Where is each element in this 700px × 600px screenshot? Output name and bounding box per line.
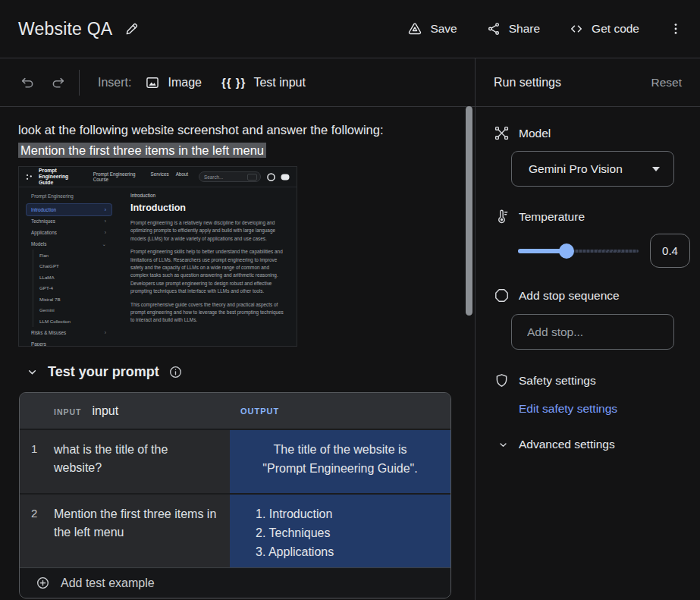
thermometer-icon: [494, 209, 519, 225]
mini-sidebar-item-techniques: Techniques›: [27, 215, 111, 227]
insert-image-button[interactable]: Image: [145, 75, 201, 90]
mini-nav-link: Services: [150, 171, 168, 182]
row-input-cell[interactable]: what is the title of the website?: [54, 430, 230, 493]
run-settings-panel: Run settings Reset Model Gemini Pro Visi…: [475, 58, 700, 600]
temperature-section-label: Temperature: [494, 209, 690, 225]
add-test-example-label: Add test example: [61, 576, 155, 590]
mini-sidebar-item-introduction: Introduction›: [27, 204, 111, 215]
prompt-editor-column: Insert: Image {{ }} Test input look at t…: [0, 58, 475, 600]
test-prompt-header[interactable]: Test your prompt: [26, 364, 475, 380]
undo-button[interactable]: [12, 68, 42, 98]
edit-title-button[interactable]: [124, 21, 140, 36]
slider-thumb[interactable]: [559, 243, 574, 259]
add-test-example-button[interactable]: Add test example: [20, 567, 450, 598]
advanced-settings-toggle[interactable]: Advanced settings: [494, 438, 690, 451]
input-column-header: INPUT: [54, 407, 82, 416]
save-button[interactable]: Save: [407, 21, 457, 36]
page-title: Website QA: [18, 19, 112, 39]
mini-sidebar-subitem: ChatGPT: [39, 261, 111, 272]
info-icon[interactable]: [168, 365, 183, 379]
mini-sidebar-header: Prompt Engineering: [27, 193, 111, 199]
code-icon: [569, 21, 584, 36]
editor-toolbar: Insert: Image {{ }} Test input: [0, 58, 475, 107]
braces-icon: {{ }}: [221, 76, 246, 89]
stop-sequence-section-label: Add stop sequence: [494, 287, 690, 303]
chevron-down-icon: [494, 439, 519, 451]
shield-icon: [494, 372, 519, 388]
website-screenshot[interactable]: Prompt EngineeringGuide Prompt Engineeri…: [18, 166, 297, 347]
model-selected-value: Gemini Pro Vision: [529, 162, 623, 176]
run-settings-title: Run settings: [494, 76, 561, 90]
redo-button[interactable]: [42, 68, 73, 98]
add-stop-input[interactable]: [511, 314, 674, 350]
prompt-variable-highlight[interactable]: Mention the first three items in the lef…: [18, 143, 266, 158]
output-column-header: OUTPUT: [230, 407, 450, 416]
mini-search-input: Search...: [199, 171, 261, 182]
dropdown-caret-icon: [652, 167, 660, 171]
temperature-slider[interactable]: [518, 239, 639, 263]
model-select[interactable]: Gemini Pro Vision: [511, 151, 674, 187]
table-header-row: INPUT input OUTPUT: [20, 393, 450, 429]
test-prompt-title: Test your prompt: [48, 364, 159, 380]
pencil-icon: [124, 21, 140, 36]
table-row[interactable]: 1 what is the title of the website? The …: [20, 429, 450, 493]
temperature-value[interactable]: 0.4: [650, 234, 690, 268]
github-icon: [267, 173, 275, 181]
kebab-icon: [668, 21, 683, 36]
mini-site-content: Introduction Introduction Prompt enginee…: [118, 187, 297, 347]
insert-label: Insert:: [98, 76, 131, 90]
toolbar-divider: [79, 70, 80, 96]
top-bar: Website QA Save Share: [0, 0, 700, 58]
mini-paragraph: Prompt engineering skills help to better…: [130, 248, 287, 295]
prompt-text-area[interactable]: look at the following website screenshot…: [0, 107, 475, 347]
mini-site-navbar: Prompt EngineeringGuide Prompt Engineeri…: [19, 167, 297, 187]
mini-breadcrumb: Introduction: [130, 193, 287, 198]
mini-sidebar-item-applications: Applications›: [27, 227, 111, 238]
share-label: Share: [509, 22, 540, 36]
row-output-cell[interactable]: The title of the website is "Prompt Engi…: [230, 430, 450, 493]
input-variable-name: input: [93, 404, 119, 418]
undo-icon: [20, 74, 36, 90]
share-icon: [486, 21, 501, 36]
save-drive-icon: [407, 21, 422, 36]
row-output-cell[interactable]: 1. Introduction 2. Techniques 3. Applica…: [230, 495, 450, 567]
editor-scrollbar[interactable]: [466, 106, 472, 316]
plus-circle-icon: [36, 576, 50, 590]
mini-paragraph: This comprehensive guide covers the theo…: [130, 301, 287, 325]
redo-icon: [50, 74, 66, 90]
table-row[interactable]: 2 Mention the first three items in the l…: [20, 493, 450, 567]
edit-safety-settings-link[interactable]: Edit safety settings: [519, 402, 617, 416]
mini-site-sidebar: Prompt Engineering Introduction› Techniq…: [19, 187, 118, 347]
discord-icon: [281, 174, 290, 181]
row-number: 1: [20, 430, 54, 493]
row-number: 2: [20, 495, 54, 567]
mini-sidebar-subitem: Flan: [39, 250, 111, 261]
chevron-down-icon: [26, 366, 39, 379]
test-examples-table: INPUT input OUTPUT 1 what is the title o…: [19, 392, 451, 598]
get-code-button[interactable]: Get code: [569, 21, 639, 36]
insert-image-label: Image: [168, 76, 201, 90]
mini-sidebar-model-list: Flan ChatGPT LLaMA GPT-4 Mistral 7B Gemi…: [33, 250, 111, 327]
safety-section-label: Safety settings: [494, 372, 690, 388]
share-button[interactable]: Share: [486, 21, 540, 36]
row-input-cell[interactable]: Mention the first three items in the lef…: [54, 495, 230, 567]
image-icon: [145, 75, 160, 90]
mini-nav-link: Prompt Engineering Course: [93, 171, 144, 182]
prompt-line-1: look at the following website screenshot…: [18, 120, 457, 140]
insert-test-input-button[interactable]: {{ }} Test input: [221, 76, 306, 90]
mini-sidebar-item-risks: Risks & Misuses›: [27, 327, 111, 338]
mini-sidebar-item-papers: Papers: [27, 338, 111, 347]
model-icon: [494, 125, 519, 141]
mini-sidebar-subitem: Mistral 7B: [39, 294, 111, 305]
mini-sidebar-subitem: Gemini: [39, 305, 111, 316]
octagon-stop-icon: [494, 287, 519, 303]
mini-nav-link: About: [176, 171, 188, 182]
more-menu-button[interactable]: [668, 21, 683, 36]
mini-search-keyhint: [247, 174, 257, 181]
reset-button[interactable]: Reset: [651, 76, 683, 90]
mini-sidebar-subitem: GPT-4: [39, 283, 111, 294]
mini-sidebar-item-models: Models⌄: [27, 238, 111, 250]
mini-sidebar-subitem: LLaMA: [39, 272, 111, 283]
get-code-label: Get code: [592, 22, 639, 36]
mini-site-logo-icon: [26, 174, 33, 181]
